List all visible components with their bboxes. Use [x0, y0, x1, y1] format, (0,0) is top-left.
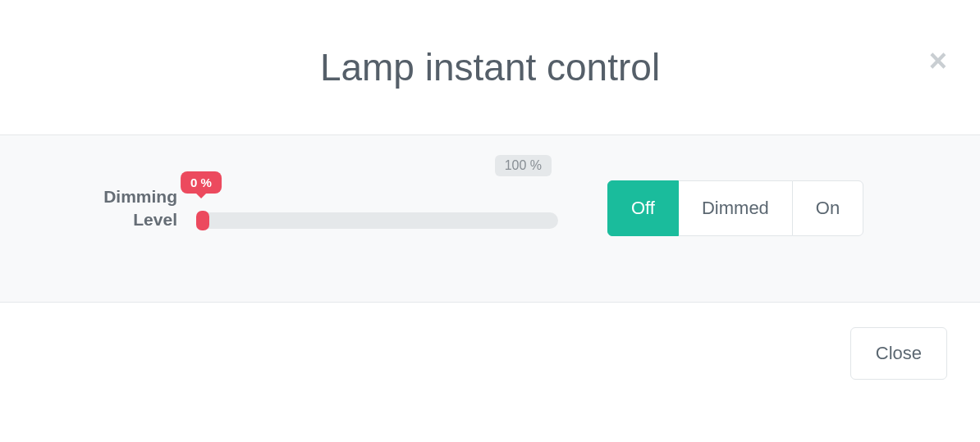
slider-value-tooltip: 0 %	[181, 171, 222, 194]
slider-track[interactable]: 0 %	[197, 212, 558, 229]
close-button[interactable]: Close	[850, 327, 947, 380]
modal-header: Lamp instant control ×	[0, 0, 980, 134]
mode-dimmed-button[interactable]: Dimmed	[679, 180, 792, 236]
dimming-label-line1: Dimming	[49, 185, 177, 208]
modal-title: Lamp instant control	[33, 45, 947, 89]
mode-off-button[interactable]: Off	[607, 180, 679, 236]
slider-max-label: 100 %	[495, 155, 552, 176]
mode-on-button[interactable]: On	[792, 180, 863, 236]
slider-handle[interactable]: 0 %	[196, 211, 209, 230]
modal-footer: Close	[0, 303, 980, 404]
dimming-level-label: Dimming Level	[49, 185, 197, 232]
lamp-instant-control-modal: Lamp instant control × Dimming Level 100…	[0, 0, 980, 442]
modal-body: Dimming Level 100 % 0 % Off Dimmed On	[0, 134, 980, 303]
dimming-slider[interactable]: 100 % 0 %	[197, 188, 558, 229]
dimming-label-line2: Level	[49, 208, 177, 231]
lamp-mode-toggle: Off Dimmed On	[607, 180, 863, 236]
close-icon[interactable]: ×	[929, 45, 947, 76]
